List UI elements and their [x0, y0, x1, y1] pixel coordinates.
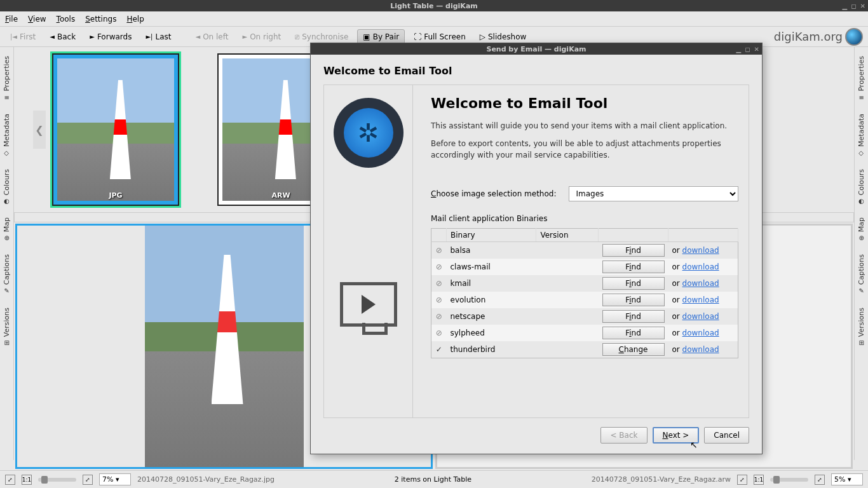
minimize-icon[interactable]: ▁: [843, 3, 848, 10]
back-button-dialog[interactable]: < Back: [600, 427, 647, 444]
download-link[interactable]: download: [682, 262, 719, 271]
fit-window-left-icon[interactable]: ⤢: [5, 475, 15, 485]
dialog-buttons: < Back Next > Cancel: [323, 418, 749, 444]
zoom-slider-left[interactable]: [38, 478, 76, 482]
actual-size-left-icon[interactable]: 1:1: [22, 475, 32, 485]
slideshow-icon: ▷: [480, 32, 485, 41]
tab-properties-left[interactable]: ≡Properties: [1, 50, 12, 107]
table-row: ⊘kmailFindor download: [431, 275, 738, 292]
by-pair-button[interactable]: ▣By Pair: [357, 29, 405, 44]
tab-versions-right[interactable]: ⊞Versions: [856, 301, 867, 353]
menubar: File View Tools Settings Help: [0, 11, 868, 27]
dialog-close-icon[interactable]: ✕: [754, 46, 759, 53]
find-button[interactable]: Find: [602, 277, 665, 290]
binary-name: netscape: [447, 308, 536, 325]
cancel-button[interactable]: Cancel: [704, 427, 749, 444]
dialog-heading: Welcome to Email Tool: [323, 65, 749, 77]
dialog-main-heading: Welcome to Email Tool: [431, 95, 738, 111]
binary-name: kmail: [447, 275, 536, 292]
brand: digiKam.org: [774, 28, 863, 46]
find-button[interactable]: Find: [602, 327, 665, 339]
find-button[interactable]: Find: [602, 244, 665, 257]
zoom-reset-right-icon[interactable]: ⤢: [815, 475, 825, 485]
download-link[interactable]: download: [682, 345, 719, 354]
tab-captions-left[interactable]: ✎Captions: [1, 248, 12, 301]
fullscreen-icon: ⛶: [414, 32, 421, 41]
binaries-table: Binary Version ⊘balsaFindor download⊘cla…: [431, 228, 738, 358]
binary-version: [536, 275, 599, 292]
dialog-minimize-icon[interactable]: ▁: [736, 46, 742, 53]
tab-map-right[interactable]: ⊕Map: [856, 211, 867, 248]
left-side-tabs: ≡Properties ◇Metadata ◐Colours ⊕Map ✎Cap…: [0, 47, 14, 460]
change-button[interactable]: Change: [602, 343, 665, 356]
actual-size-right-icon[interactable]: 1:1: [754, 475, 764, 485]
th-binary: Binary: [447, 229, 536, 242]
tab-colours-right[interactable]: ◐Colours: [856, 163, 867, 211]
on-left-button[interactable]: ◄On left: [190, 30, 233, 44]
dialog-titlebar[interactable]: Send by Email — digiKam ▁ ◻ ✕: [311, 43, 762, 55]
on-right-button[interactable]: ►On right: [237, 30, 286, 44]
download-link[interactable]: download: [682, 295, 719, 304]
dialog-para2: Before to export contents, you will be a…: [431, 138, 738, 161]
full-screen-button[interactable]: ⛶Full Screen: [409, 30, 471, 44]
status-center: 2 items on Light Table: [281, 475, 585, 484]
download-link[interactable]: download: [682, 329, 719, 337]
sync-icon: ⎚: [295, 32, 299, 41]
zoom-value-left[interactable]: 7% ▾: [99, 473, 131, 485]
pair-icon: ▣: [363, 32, 370, 41]
back-button[interactable]: ◄Back: [44, 30, 81, 44]
tab-versions-left[interactable]: ⊞Versions: [1, 301, 12, 353]
first-button[interactable]: |◄First: [5, 30, 41, 44]
tab-captions-right[interactable]: ✎Captions: [856, 248, 867, 301]
find-button[interactable]: Find: [602, 294, 665, 306]
main-titlebar: Light Table — digiKam ▁ ◻ ✕: [0, 0, 868, 11]
dialog-maximize-icon[interactable]: ◻: [745, 46, 750, 53]
binary-name: thunderbird: [447, 341, 536, 358]
next-button[interactable]: Next >: [653, 427, 700, 444]
menu-view[interactable]: View: [28, 15, 46, 24]
tab-metadata-right[interactable]: ◇Metadata: [856, 107, 867, 163]
choose-label: Choose image selection method:: [431, 189, 556, 198]
menu-help[interactable]: Help: [126, 15, 144, 24]
thumb-nav-left[interactable]: ❮: [33, 111, 46, 149]
binary-version: [536, 325, 599, 341]
dialog-sidebar: ✲: [324, 85, 413, 417]
menu-tools[interactable]: Tools: [57, 15, 76, 24]
table-row: ⊘sylpheedFindor download: [431, 325, 738, 341]
table-row: ⊘netscapeFindor download: [431, 308, 738, 325]
download-link[interactable]: download: [682, 279, 719, 288]
check-icon: ✓: [431, 341, 447, 358]
menu-settings[interactable]: Settings: [85, 15, 116, 24]
binary-name: evolution: [447, 292, 536, 308]
binary-version: [536, 242, 599, 259]
find-button[interactable]: Find: [602, 261, 665, 273]
dialog-title: Send by Email — digiKam: [486, 45, 586, 53]
zoom-slider-right[interactable]: [770, 478, 808, 482]
fit-window-right-icon[interactable]: ⤢: [737, 475, 747, 485]
binary-version: [536, 292, 599, 308]
download-link[interactable]: download: [682, 246, 719, 255]
tab-metadata-left[interactable]: ◇Metadata: [1, 107, 12, 163]
zoom-reset-left-icon[interactable]: ⤢: [83, 475, 93, 485]
selection-method-select[interactable]: Images: [569, 186, 738, 201]
thumbnail-jpg[interactable]: JPG: [52, 53, 179, 206]
lens-icon: ✲: [334, 98, 403, 168]
tab-map-left[interactable]: ⊕Map: [1, 211, 12, 248]
email-tool-dialog: Send by Email — digiKam ▁ ◻ ✕ Welcome to…: [310, 43, 763, 454]
download-link[interactable]: download: [682, 312, 719, 321]
slideshow-button[interactable]: ▷Slideshow: [475, 30, 532, 44]
menu-file[interactable]: File: [5, 15, 18, 24]
tab-colours-left[interactable]: ◐Colours: [1, 163, 12, 211]
zoom-value-right[interactable]: 5% ▾: [831, 473, 863, 485]
maximize-icon[interactable]: ◻: [851, 3, 856, 10]
statusbar: ⤢ 1:1 ⤢ 7% ▾ 20140728_091051-Vary_Eze_Ra…: [0, 470, 868, 488]
synchronise-button[interactable]: ⎚Synchronise: [290, 30, 353, 44]
forwards-button[interactable]: ►Forwards: [85, 30, 137, 44]
binaries-label: Mail client application Binaries: [431, 214, 738, 223]
tab-properties-right[interactable]: ≡Properties: [856, 50, 867, 107]
not-found-icon: ⊘: [431, 259, 447, 275]
close-icon[interactable]: ✕: [860, 3, 865, 10]
find-button[interactable]: Find: [602, 310, 665, 323]
not-found-icon: ⊘: [431, 325, 447, 341]
last-button[interactable]: ►|Last: [140, 30, 176, 44]
